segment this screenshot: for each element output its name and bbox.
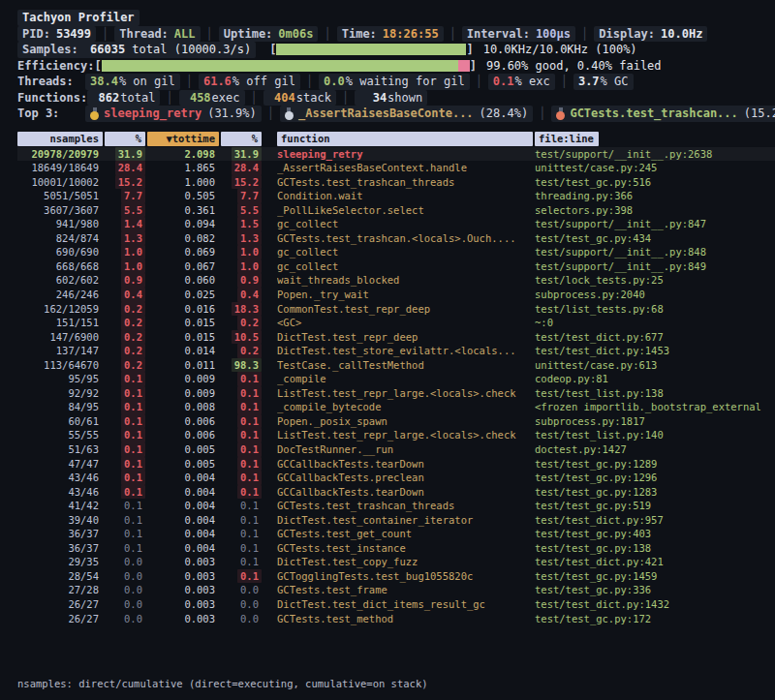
top3-items: sleeping_retry(31.9%)│_AssertRaisesBaseC…	[85, 106, 775, 122]
cell-pct-direct: 0.1	[105, 527, 145, 541]
cell-pct-direct-value: 31.9	[115, 147, 145, 162]
stat-segment: 38.4% on gil	[85, 74, 180, 90]
table-row[interactable]: 28/540.00.0030.1GCTogglingTests.test_bug…	[17, 569, 775, 584]
cell-nsamples: 39/40	[17, 513, 103, 528]
cell-tottime: 0.014	[147, 344, 219, 358]
table-row[interactable]: 3607/36075.50.3615.5_PollLikeSelector.se…	[17, 203, 775, 218]
table-row[interactable]: 43/460.10.0040.1GCCallbackTests.tearDown…	[17, 485, 775, 500]
cell-function: GCCallbackTests.tearDown	[277, 485, 533, 500]
column-header-file-line[interactable]: file:line	[535, 132, 599, 146]
status-item-uptime: Uptime:0m06s	[219, 26, 319, 43]
cell-pct-cumulative: 1.0	[221, 245, 262, 259]
cell-pct-direct: 0.2	[105, 344, 145, 358]
table-row[interactable]: 10001/1000215.21.00015.2GCTests.test_tra…	[17, 175, 775, 190]
separator: │	[306, 74, 313, 90]
cell-pct-cumulative-value: 0.1	[237, 400, 262, 414]
cell-pct-cumulative-value: 1.0	[237, 245, 262, 259]
separator: │	[186, 74, 193, 90]
cell-pct-direct: 7.7	[105, 189, 145, 203]
table-row[interactable]: 668/6681.00.0671.0gc_collecttest/support…	[17, 259, 775, 274]
segment-value: 3.7	[578, 74, 600, 90]
cell-file-line: test/test_dict.py:957	[535, 513, 775, 528]
table-row[interactable]: 690/6901.00.0691.0gc_collecttest/support…	[17, 245, 775, 259]
table-row[interactable]: 26/270.00.0030.0GCTests.test_methodtest/…	[17, 612, 775, 626]
cell-pct-direct-value: 0.0	[121, 612, 145, 626]
table-row[interactable]: 92/920.10.0090.1ListTest.test_repr_large…	[17, 386, 775, 401]
column-header-tottime-sorted[interactable]: ▼tottime	[147, 132, 219, 146]
efficiency-bar-open-bracket: [	[94, 58, 101, 75]
gold-medal-icon	[90, 107, 99, 120]
table-row[interactable]: 137/1470.20.0140.2DictTest.test_store_ev…	[17, 344, 775, 358]
cell-nsamples: 92/92	[17, 386, 103, 401]
table-row[interactable]: 162/120590.20.01618.3CommonTest.test_rep…	[17, 302, 775, 317]
table-row[interactable]: 246/2460.40.0250.4Popen._try_waitsubproc…	[17, 288, 775, 302]
column-header-pct-cumulative[interactable]: %	[221, 132, 262, 146]
table-row[interactable]: 47/470.10.0050.1GCCallbackTests.tearDown…	[17, 457, 775, 472]
status-item-time: Time:18:26:55	[337, 26, 444, 43]
cell-file-line: test/test_gc.py:434	[535, 231, 775, 246]
efficiency-line: Efficiency:[ ] 99.60% good, 0.40% failed	[17, 58, 775, 75]
silver-medal-icon	[285, 107, 294, 120]
table-row[interactable]: 113/646700.20.01198.3TestCase._callTestM…	[17, 358, 775, 373]
table-row[interactable]: 27/280.00.0030.0GCTests.test_frametest/t…	[17, 583, 775, 597]
cell-pct-cumulative: 10.5	[221, 330, 262, 345]
cell-pct-cumulative-value: 0.1	[237, 386, 262, 401]
table-row[interactable]: 29/350.00.0030.1DictTest.test_copy_fuzzt…	[17, 555, 775, 569]
cell-pct-cumulative-value: 7.7	[237, 189, 262, 203]
efficiency-bar	[102, 60, 470, 72]
cell-nsamples: 3607/3607	[17, 203, 103, 218]
column-header-function[interactable]: function	[277, 132, 533, 146]
table-row[interactable]: 147/69000.20.01510.5DictTest.test_repr_d…	[17, 330, 775, 345]
table-row[interactable]: 36/370.10.0040.1GCTests.test_instancetes…	[17, 541, 775, 556]
separator: │	[251, 90, 258, 107]
separator: │	[539, 106, 545, 122]
table-row[interactable]: 20978/2097931.92.09831.9sleeping_retryte…	[17, 147, 775, 162]
samples-bar-open-bracket: [	[269, 42, 276, 58]
cell-pct-cumulative: 0.1	[221, 457, 262, 472]
cell-nsamples: 10001/10002	[17, 175, 103, 190]
samples-chip: Samples: 66035 total (10000.3/s)	[17, 42, 256, 58]
table-row[interactable]: 18649/1864928.41.86528.4_AssertRaisesBas…	[17, 161, 775, 175]
cell-pct-direct-value: 0.9	[121, 273, 145, 288]
cell-nsamples: 162/12059	[17, 302, 103, 317]
cell-file-line: test/test_gc.py:172	[535, 612, 775, 626]
cell-pct-direct-value: 0.1	[121, 471, 145, 485]
column-header-pct-direct[interactable]: %	[105, 132, 145, 146]
table-row[interactable]: 41/420.10.0040.1GCTests.test_trashcan_th…	[17, 499, 775, 513]
cell-nsamples: 5051/5051	[17, 189, 103, 203]
cell-pct-direct-value: 1.0	[121, 245, 145, 259]
table-row[interactable]: 60/610.10.0060.1Popen._posix_spawnsubpro…	[17, 414, 775, 429]
table-row[interactable]: 55/550.10.0060.1ListTest.test_repr_large…	[17, 428, 775, 442]
cell-pct-cumulative-value: 0.4	[237, 288, 262, 302]
cell-pct-cumulative: 0.1	[221, 428, 262, 442]
segment-value: 458	[184, 90, 211, 107]
cell-pct-cumulative: 0.2	[221, 316, 262, 330]
cell-pct-cumulative: 0.1	[221, 555, 262, 569]
top3-function-name: GCTests.test_trashcan...	[570, 106, 737, 122]
stat-segment: 61.6% off gil	[199, 74, 300, 90]
cell-function: DictTest.test_store_evilattr.<locals...	[277, 344, 533, 358]
table-row[interactable]: 5051/50517.70.5057.7Condition.waitthread…	[17, 189, 775, 203]
table-row[interactable]: 824/8741.30.0821.3GCTests.test_trashcan.…	[17, 231, 775, 246]
table-row[interactable]: 43/460.10.0040.1GCCallbackTests.preclean…	[17, 471, 775, 485]
table-row[interactable]: 39/400.10.0040.1DictTest.test_container_…	[17, 513, 775, 528]
cell-pct-cumulative-value: 0.2	[237, 316, 262, 330]
cell-file-line: test/lock_tests.py:25	[535, 273, 775, 288]
table-row[interactable]: 941/9801.40.0941.5gc_collecttest/support…	[17, 217, 775, 231]
cell-nsamples: 60/61	[17, 414, 103, 429]
cell-pct-direct-value: 0.0	[121, 583, 145, 597]
table-row[interactable]: 151/1510.20.0150.2<GC>~:0	[17, 316, 775, 330]
table-row[interactable]: 36/370.10.0040.1GCTests.test_get_countte…	[17, 527, 775, 541]
table-row[interactable]: 95/950.10.0090.1_compilecodeop.py:81	[17, 372, 775, 386]
status-item-label: PID:	[22, 26, 50, 43]
cell-file-line: subprocess.py:2040	[535, 288, 775, 302]
cell-pct-direct-value: 0.1	[121, 414, 145, 429]
table-row[interactable]: 26/270.00.0030.0DictTest.test_dict_items…	[17, 597, 775, 612]
table-row[interactable]: 51/630.10.0050.1DocTestRunner.__rundocte…	[17, 442, 775, 457]
stat-segment: 862 total	[87, 90, 160, 107]
table-row[interactable]: 84/950.10.0080.1_compile_bytecode<frozen…	[17, 400, 775, 414]
column-header-nsamples[interactable]: nsamples	[17, 132, 103, 146]
table-row[interactable]: 602/6020.90.0600.9wait_threads_blockedte…	[17, 273, 775, 288]
cell-pct-direct: 1.0	[105, 245, 145, 259]
status-item-value: 18:26:55	[383, 26, 439, 43]
